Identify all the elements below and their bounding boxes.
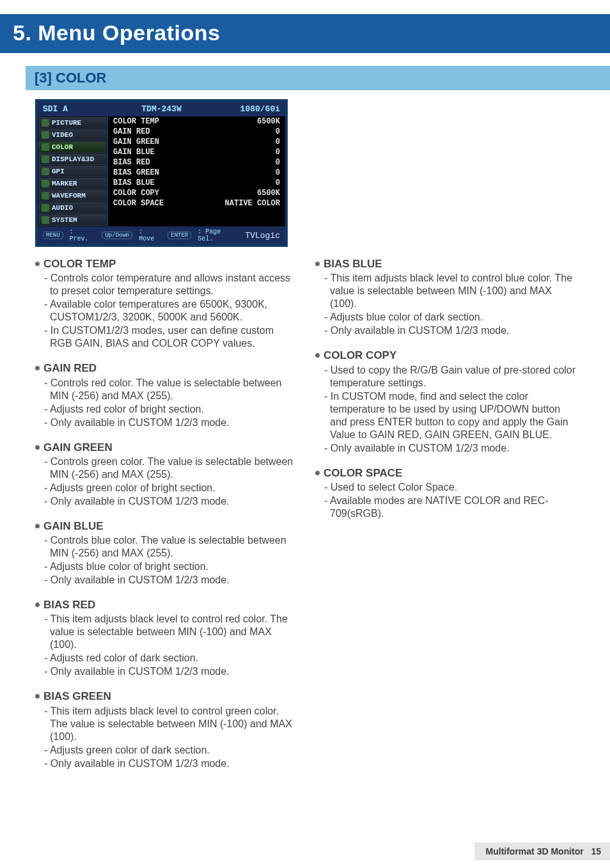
entry: GAIN GREENControls green color. The valu… xyxy=(35,441,297,508)
osd-row: BIAS BLUE0 xyxy=(108,178,285,188)
bullet-icon xyxy=(35,262,40,266)
footer-label: Multiformat 3D Monitor xyxy=(486,846,584,856)
entry-item: Used to select Color Space. xyxy=(324,481,577,494)
entry-item: Only available in CUSTOM 1/2/3 mode. xyxy=(44,416,297,429)
osd-menu-label: COLOR xyxy=(52,143,73,151)
osd-row: GAIN GREEN0 xyxy=(108,137,285,147)
osd-source: SDI A xyxy=(43,104,122,114)
entry-title: BIAS BLUE xyxy=(324,257,382,271)
osd-key-menu: MENU xyxy=(43,232,63,239)
entry: COLOR TEMPControls color temperature and… xyxy=(35,257,297,350)
entry-list: Controls blue color. The value is select… xyxy=(35,534,297,587)
osd-hint-prev: : Prev. xyxy=(70,228,96,242)
menu-icon xyxy=(42,131,49,139)
entry-heading: GAIN BLUE xyxy=(35,519,297,533)
osd-row-value: NATIVE COLOR xyxy=(225,199,280,208)
chapter-title: 5. Menu Operations xyxy=(13,20,597,45)
entry-title: GAIN GREEN xyxy=(43,441,113,454)
osd-row-key: GAIN BLUE xyxy=(113,148,276,157)
osd-menu-item: PICTURE xyxy=(38,117,106,129)
entry-heading: GAIN RED xyxy=(35,361,297,375)
osd-menu: PICTUREVIDEOCOLORDISPLAY&3DGPIMARKERWAVE… xyxy=(38,116,108,226)
entry-heading: GAIN GREEN xyxy=(35,441,297,454)
osd-row-value: 6500K xyxy=(257,189,280,198)
entry-item: Only available in CUSTOM 1/2/3 mode. xyxy=(324,442,577,455)
menu-icon xyxy=(42,155,49,163)
footer-page: 15 xyxy=(591,846,601,856)
entry-item: Adjusts blue color of dark section. xyxy=(324,311,577,324)
entry: COLOR COPYUsed to copy the R/G/B Gain va… xyxy=(315,349,577,454)
osd-menu-label: MARKER xyxy=(52,180,77,187)
entry-item: Controls green color. The value is selec… xyxy=(44,455,297,481)
chapter-header: 5. Menu Operations xyxy=(0,0,610,53)
osd-row: GAIN RED0 xyxy=(108,127,285,137)
entry-heading: COLOR SPACE xyxy=(315,466,577,480)
entry: BIAS BLUEThis item adjusts black level t… xyxy=(315,257,577,337)
osd-format: 1080/60i xyxy=(201,104,280,114)
osd-menu-item: MARKER xyxy=(38,178,106,189)
entry-list: This item adjusts black level to control… xyxy=(35,705,297,770)
osd-row-value: 0 xyxy=(276,158,280,167)
osd-row-value: 0 xyxy=(276,178,280,187)
bullet-icon xyxy=(315,353,320,358)
entry-item: In CUSTOM mode, find and select the colo… xyxy=(324,390,577,441)
entry-list: Used to copy the R/G/B Gain value of pre… xyxy=(315,364,577,455)
bullet-icon xyxy=(315,471,320,475)
osd-menu-label: AUDIO xyxy=(52,204,73,212)
entry-item: This item adjusts black level to control… xyxy=(324,272,577,310)
osd-values: COLOR TEMP6500KGAIN RED0GAIN GREEN0GAIN … xyxy=(108,116,285,226)
osd-menu-label: VIDEO xyxy=(52,131,73,139)
entry-item: Only available in CUSTOM 1/2/3 mode. xyxy=(44,665,297,678)
bullet-icon xyxy=(35,603,40,607)
osd-row-value: 0 xyxy=(276,168,280,177)
menu-icon xyxy=(42,216,49,224)
osd-hint-move: : Move xyxy=(139,228,161,242)
entry-item: Used to copy the R/G/B Gain value of pre… xyxy=(324,364,577,390)
osd-titlebar: SDI A TDM-243W 1080/60i xyxy=(38,102,285,116)
entry-list: This item adjusts black level to control… xyxy=(35,613,297,678)
osd-brand: TVLogic xyxy=(245,231,280,241)
entry-title: COLOR SPACE xyxy=(324,466,402,480)
osd-menu-label: PICTURE xyxy=(52,119,81,127)
osd-row-value: 0 xyxy=(276,138,280,146)
entry-title: BIAS RED xyxy=(43,598,95,612)
osd-menu-item: COLOR xyxy=(38,141,106,153)
entry-item: Available color temperatures are 6500K, … xyxy=(44,298,297,324)
osd-row: COLOR TEMP6500K xyxy=(108,116,285,127)
osd-key-updown: Up/Down xyxy=(102,232,132,239)
osd-row-value: 6500K xyxy=(257,117,280,126)
osd-menu-label: DISPLAY&3D xyxy=(52,155,94,163)
osd-menu-item: SYSTEM xyxy=(38,214,106,226)
entry-title: COLOR COPY xyxy=(324,349,396,362)
entry-list: This item adjusts black level to control… xyxy=(315,272,577,337)
entry: COLOR SPACEUsed to select Color Space.Av… xyxy=(315,466,577,520)
entry: GAIN REDControls red color. The value is… xyxy=(35,361,297,429)
osd-menu-item: VIDEO xyxy=(38,129,106,141)
osd-menu-item: WAVEFORM xyxy=(38,190,106,201)
osd-row: COLOR SPACENATIVE COLOR xyxy=(108,198,285,209)
osd-row-key: COLOR COPY xyxy=(113,189,257,198)
bullet-icon xyxy=(35,524,40,528)
entry-heading: COLOR COPY xyxy=(315,349,577,362)
osd-row-key: COLOR TEMP xyxy=(113,117,257,126)
osd-row-key: BIAS RED xyxy=(113,158,276,167)
page-footer: Multiformat 3D Monitor 15 xyxy=(474,842,610,860)
entry-item: Adjusts red color of dark section. xyxy=(44,652,297,665)
osd-menu-item: GPI xyxy=(38,166,106,177)
entry-heading: BIAS BLUE xyxy=(315,257,577,271)
menu-icon xyxy=(42,143,49,151)
entry-list: Controls green color. The value is selec… xyxy=(35,455,297,508)
right-column: BIAS BLUEThis item adjusts black level t… xyxy=(315,257,577,782)
osd-footer: MENU : Prev. Up/Down : Move ENTER : Page… xyxy=(38,226,285,244)
entry-list: Controls color temperature and allows in… xyxy=(35,272,297,350)
entry-item: Only available in CUSTOM 1/2/3 mode. xyxy=(44,574,297,587)
osd-menu-label: WAVEFORM xyxy=(52,192,86,200)
entry-list: Controls red color. The value is selecta… xyxy=(35,377,297,429)
osd-row-key: GAIN RED xyxy=(113,127,276,136)
entry-list: Used to select Color Space.Available mod… xyxy=(315,481,577,520)
entry-title: BIAS GREEN xyxy=(43,690,111,703)
entry-item: Adjusts green color of dark section. xyxy=(44,744,297,757)
entry: BIAS GREENThis item adjusts black level … xyxy=(35,690,297,769)
osd-row: BIAS GREEN0 xyxy=(108,168,285,178)
entry-heading: BIAS GREEN xyxy=(35,690,297,703)
